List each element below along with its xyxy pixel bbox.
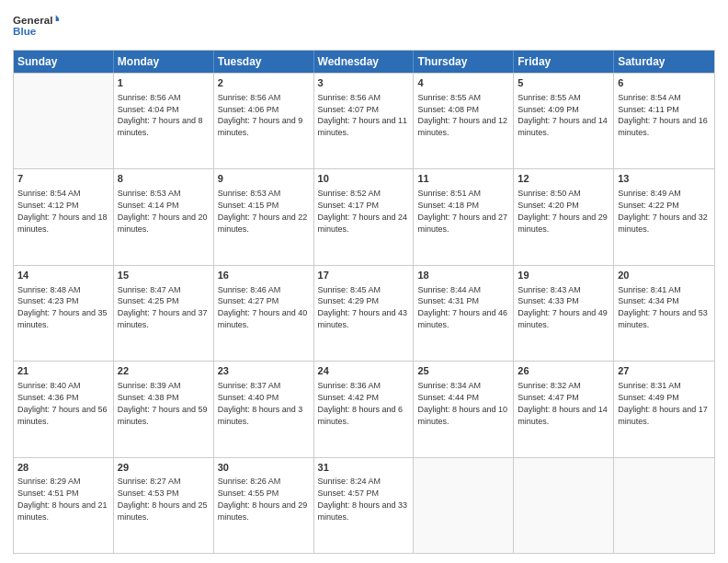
- day-number: 14: [17, 269, 109, 282]
- cal-cell-4-3: 31 Sunrise: 8:24 AMSunset: 4:57 PMDaylig…: [314, 458, 415, 553]
- cell-info: Sunrise: 8:56 AMSunset: 4:07 PMDaylight:…: [318, 93, 408, 137]
- cal-cell-4-4: [414, 458, 514, 553]
- cell-info: Sunrise: 8:54 AMSunset: 4:12 PMDaylight:…: [17, 189, 108, 233]
- day-number: 12: [518, 172, 609, 186]
- cell-info: Sunrise: 8:51 AMSunset: 4:18 PMDaylight:…: [417, 189, 507, 233]
- cal-cell-3-1: 22 Sunrise: 8:39 AMSunset: 4:38 PMDaylig…: [114, 362, 214, 456]
- header-cell-thursday: Thursday: [414, 51, 514, 73]
- cell-info: Sunrise: 8:24 AMSunset: 4:57 PMDaylight:…: [318, 477, 408, 521]
- day-number: 15: [118, 269, 210, 282]
- cal-cell-0-2: 2 Sunrise: 8:56 AMSunset: 4:06 PMDayligh…: [214, 74, 314, 168]
- cal-cell-4-5: [514, 458, 614, 553]
- calendar-row-1: 7 Sunrise: 8:54 AMSunset: 4:12 PMDayligh…: [14, 168, 714, 264]
- cal-cell-2-6: 20 Sunrise: 8:41 AMSunset: 4:34 PMDaylig…: [614, 266, 714, 361]
- day-number: 17: [318, 269, 410, 282]
- page: General Blue SundayMondayTuesdayWednesda…: [0, 0, 728, 563]
- cal-cell-4-2: 30 Sunrise: 8:26 AMSunset: 4:55 PMDaylig…: [214, 458, 314, 553]
- cell-info: Sunrise: 8:46 AMSunset: 4:27 PMDaylight:…: [218, 285, 308, 329]
- cal-cell-1-3: 10 Sunrise: 8:52 AMSunset: 4:17 PMDaylig…: [314, 169, 415, 264]
- day-number: 13: [618, 172, 711, 186]
- header-cell-sunday: Sunday: [14, 51, 114, 73]
- day-number: 20: [618, 269, 711, 282]
- cal-cell-2-1: 15 Sunrise: 8:47 AMSunset: 4:25 PMDaylig…: [114, 266, 214, 361]
- cell-info: Sunrise: 8:29 AMSunset: 4:51 PMDaylight:…: [17, 477, 108, 521]
- cell-info: Sunrise: 8:41 AMSunset: 4:34 PMDaylight:…: [618, 285, 708, 329]
- header-cell-tuesday: Tuesday: [214, 51, 314, 73]
- day-number: 7: [17, 172, 109, 186]
- day-number: 16: [218, 269, 310, 282]
- cal-cell-2-3: 17 Sunrise: 8:45 AMSunset: 4:29 PMDaylig…: [314, 266, 415, 361]
- day-number: 1: [118, 76, 210, 90]
- cal-cell-2-2: 16 Sunrise: 8:46 AMSunset: 4:27 PMDaylig…: [214, 266, 314, 361]
- cell-info: Sunrise: 8:56 AMSunset: 4:04 PMDaylight:…: [118, 93, 203, 137]
- day-number: 2: [218, 76, 310, 90]
- logo: General Blue: [13, 9, 59, 42]
- header-cell-friday: Friday: [514, 51, 614, 73]
- calendar-header-row: SundayMondayTuesdayWednesdayThursdayFrid…: [14, 51, 714, 73]
- cell-info: Sunrise: 8:55 AMSunset: 4:09 PMDaylight:…: [518, 93, 608, 137]
- cell-info: Sunrise: 8:34 AMSunset: 4:44 PMDaylight:…: [417, 381, 507, 425]
- cal-cell-2-4: 18 Sunrise: 8:44 AMSunset: 4:31 PMDaylig…: [414, 266, 514, 361]
- cell-info: Sunrise: 8:37 AMSunset: 4:40 PMDaylight:…: [218, 381, 303, 425]
- cal-cell-3-4: 25 Sunrise: 8:34 AMSunset: 4:44 PMDaylig…: [414, 362, 514, 456]
- cell-info: Sunrise: 8:53 AMSunset: 4:14 PMDaylight:…: [118, 189, 208, 233]
- cell-info: Sunrise: 8:56 AMSunset: 4:06 PMDaylight:…: [218, 93, 303, 137]
- day-number: 3: [318, 76, 410, 90]
- day-number: 26: [518, 364, 609, 378]
- day-number: 23: [218, 364, 310, 378]
- day-number: 31: [318, 461, 410, 475]
- cell-info: Sunrise: 8:39 AMSunset: 4:38 PMDaylight:…: [118, 381, 208, 425]
- day-number: 9: [218, 172, 310, 186]
- calendar-row-3: 21 Sunrise: 8:40 AMSunset: 4:36 PMDaylig…: [14, 361, 714, 456]
- day-number: 22: [118, 364, 210, 378]
- day-number: 27: [618, 364, 711, 378]
- day-number: 11: [417, 172, 509, 186]
- cal-cell-3-6: 27 Sunrise: 8:31 AMSunset: 4:49 PMDaylig…: [614, 362, 714, 456]
- cal-cell-3-3: 24 Sunrise: 8:36 AMSunset: 4:42 PMDaylig…: [314, 362, 415, 456]
- day-number: 24: [318, 364, 410, 378]
- cell-info: Sunrise: 8:40 AMSunset: 4:36 PMDaylight:…: [17, 381, 108, 425]
- cal-cell-1-4: 11 Sunrise: 8:51 AMSunset: 4:18 PMDaylig…: [414, 169, 514, 264]
- cal-cell-3-2: 23 Sunrise: 8:37 AMSunset: 4:40 PMDaylig…: [214, 362, 314, 456]
- cell-info: Sunrise: 8:50 AMSunset: 4:20 PMDaylight:…: [518, 189, 608, 233]
- cal-cell-1-5: 12 Sunrise: 8:50 AMSunset: 4:20 PMDaylig…: [514, 169, 614, 264]
- day-number: 19: [518, 269, 609, 282]
- cal-cell-1-0: 7 Sunrise: 8:54 AMSunset: 4:12 PMDayligh…: [14, 169, 114, 264]
- day-number: 4: [417, 76, 509, 90]
- header: General Blue: [13, 9, 715, 42]
- cal-cell-1-2: 9 Sunrise: 8:53 AMSunset: 4:15 PMDayligh…: [214, 169, 314, 264]
- cal-cell-3-0: 21 Sunrise: 8:40 AMSunset: 4:36 PMDaylig…: [14, 362, 114, 456]
- cell-info: Sunrise: 8:27 AMSunset: 4:53 PMDaylight:…: [118, 477, 208, 521]
- header-cell-wednesday: Wednesday: [314, 51, 415, 73]
- day-number: 29: [118, 461, 210, 475]
- cal-cell-3-5: 26 Sunrise: 8:32 AMSunset: 4:47 PMDaylig…: [514, 362, 614, 456]
- cal-cell-0-4: 4 Sunrise: 8:55 AMSunset: 4:08 PMDayligh…: [414, 74, 514, 168]
- header-cell-saturday: Saturday: [614, 51, 714, 73]
- day-number: 8: [118, 172, 210, 186]
- cell-info: Sunrise: 8:53 AMSunset: 4:15 PMDaylight:…: [218, 189, 308, 233]
- cell-info: Sunrise: 8:36 AMSunset: 4:42 PMDaylight:…: [318, 381, 404, 425]
- day-number: 10: [318, 172, 410, 186]
- cell-info: Sunrise: 8:43 AMSunset: 4:33 PMDaylight:…: [518, 285, 608, 329]
- header-cell-monday: Monday: [114, 51, 214, 73]
- calendar: SundayMondayTuesdayWednesdayThursdayFrid…: [13, 50, 715, 554]
- calendar-row-2: 14 Sunrise: 8:48 AMSunset: 4:23 PMDaylig…: [14, 265, 714, 361]
- day-number: 28: [17, 461, 109, 475]
- day-number: 25: [417, 364, 509, 378]
- cell-info: Sunrise: 8:44 AMSunset: 4:31 PMDaylight:…: [417, 285, 507, 329]
- cell-info: Sunrise: 8:49 AMSunset: 4:22 PMDaylight:…: [618, 189, 708, 233]
- cell-info: Sunrise: 8:32 AMSunset: 4:47 PMDaylight:…: [518, 381, 608, 425]
- calendar-body: 1 Sunrise: 8:56 AMSunset: 4:04 PMDayligh…: [14, 73, 714, 553]
- cal-cell-4-0: 28 Sunrise: 8:29 AMSunset: 4:51 PMDaylig…: [14, 458, 114, 553]
- day-number: 18: [417, 269, 509, 282]
- calendar-row-4: 28 Sunrise: 8:29 AMSunset: 4:51 PMDaylig…: [14, 457, 714, 553]
- cell-info: Sunrise: 8:52 AMSunset: 4:17 PMDaylight:…: [318, 189, 408, 233]
- cal-cell-0-3: 3 Sunrise: 8:56 AMSunset: 4:07 PMDayligh…: [314, 74, 415, 168]
- svg-marker-2: [56, 15, 59, 21]
- day-number: 21: [17, 364, 109, 378]
- cell-info: Sunrise: 8:54 AMSunset: 4:11 PMDaylight:…: [618, 93, 708, 137]
- day-number: 5: [518, 76, 609, 90]
- cal-cell-0-6: 6 Sunrise: 8:54 AMSunset: 4:11 PMDayligh…: [614, 74, 714, 168]
- cal-cell-4-1: 29 Sunrise: 8:27 AMSunset: 4:53 PMDaylig…: [114, 458, 214, 553]
- logo-svg: General Blue: [13, 9, 59, 42]
